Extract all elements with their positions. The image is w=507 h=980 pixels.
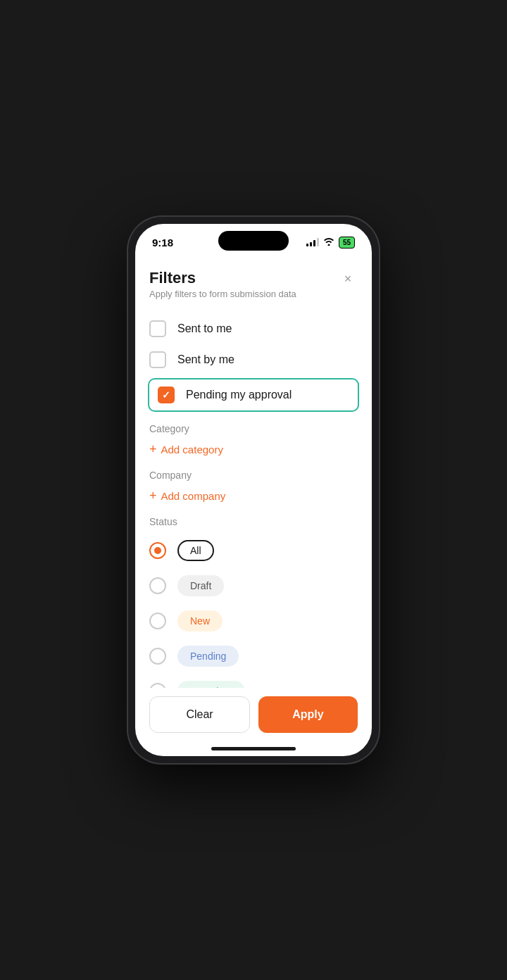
close-button[interactable]: × — [338, 269, 358, 289]
status-pending-radio[interactable] — [149, 648, 166, 665]
footer-buttons: Clear Apply — [135, 688, 372, 747]
status-pending-badge: Pending — [177, 646, 239, 667]
status-time: 9:18 — [152, 237, 173, 249]
status-complete-row: Complete — [149, 674, 358, 688]
dynamic-island — [218, 231, 289, 251]
status-new-badge: New — [177, 610, 223, 632]
sent-to-me-label: Sent to me — [177, 322, 232, 335]
add-company-button[interactable]: + Add company — [149, 486, 358, 505]
add-company-text: Add company — [161, 490, 226, 502]
pending-approval-label: Pending my approval — [186, 389, 292, 401]
sent-by-me-checkbox[interactable] — [149, 351, 166, 368]
filter-content: Filters Apply filters to form submission… — [135, 255, 372, 688]
signal-icon — [306, 238, 319, 246]
sent-by-me-row: Sent by me — [149, 344, 358, 375]
status-pending-row: Pending — [149, 639, 358, 674]
status-draft-radio[interactable] — [149, 577, 166, 594]
filter-header: Filters Apply filters to form submission… — [149, 269, 358, 299]
status-new-radio[interactable] — [149, 612, 166, 629]
phone-screen: 9:18 55 Filters — [135, 224, 372, 756]
filter-subtitle: Apply filters to form submission data — [149, 289, 296, 299]
add-category-text: Add category — [161, 444, 223, 456]
add-category-button[interactable]: + Add category — [149, 440, 358, 458]
pending-approval-row: Pending my approval — [148, 378, 359, 412]
status-section-label: Status — [149, 516, 358, 527]
phone-frame: 9:18 55 Filters — [127, 215, 380, 765]
sent-to-me-row: Sent to me — [149, 313, 358, 344]
filter-title: Filters — [149, 269, 296, 287]
battery-indicator: 55 — [339, 237, 355, 249]
sent-by-me-label: Sent by me — [177, 353, 234, 366]
home-indicator — [211, 747, 296, 750]
pending-approval-checkbox[interactable] — [158, 387, 175, 403]
clear-button[interactable]: Clear — [149, 696, 250, 733]
company-label: Company — [149, 470, 358, 481]
add-category-plus-icon: + — [149, 443, 157, 456]
add-company-plus-icon: + — [149, 489, 157, 502]
home-indicator-area — [135, 747, 372, 756]
sent-to-me-checkbox[interactable] — [149, 320, 166, 337]
status-new-row: New — [149, 603, 358, 639]
status-all-badge: All — [177, 540, 214, 561]
apply-button[interactable]: Apply — [258, 696, 358, 733]
wifi-icon — [323, 237, 334, 248]
status-draft-badge: Draft — [177, 575, 224, 596]
status-draft-row: Draft — [149, 568, 358, 603]
category-label: Category — [149, 423, 358, 434]
status-icons: 55 — [306, 237, 355, 249]
status-all-radio[interactable] — [149, 542, 166, 559]
status-complete-badge: Complete — [177, 681, 245, 688]
status-all-row: All — [149, 533, 358, 568]
status-complete-radio[interactable] — [149, 683, 166, 688]
